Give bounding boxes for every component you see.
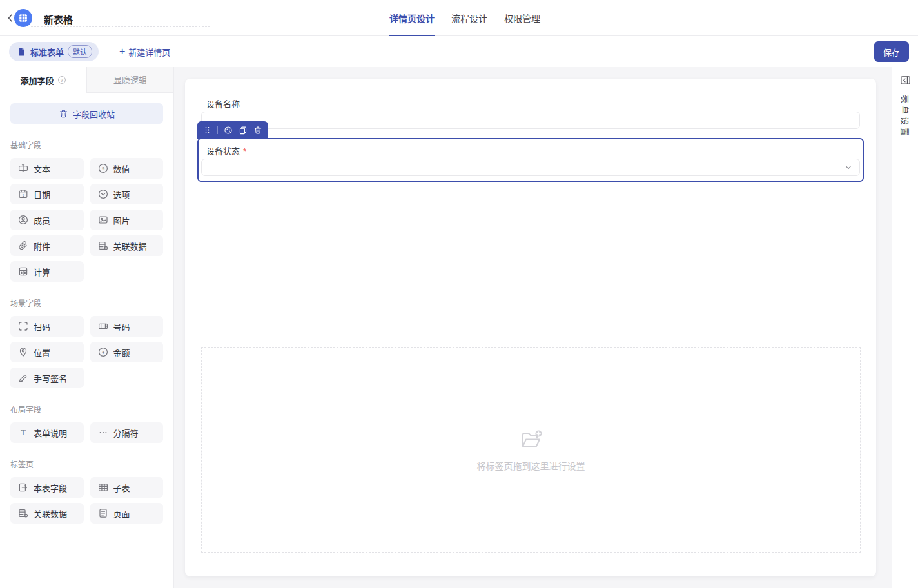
field-type-label: 附件 (34, 240, 50, 252)
field-type-text[interactable]: 文本 (10, 158, 84, 179)
header: 新表格 详情页设计 流程设计 权限管理 (0, 0, 918, 36)
document-icon (17, 47, 26, 57)
calc-icon (18, 266, 28, 277)
field-sections: 基础字段 文本 数值 日期 选项 成员 图片 附件 关联数据 计算 场景字段 (10, 139, 163, 524)
required-asterisk: * (243, 146, 246, 156)
field-type-divider[interactable]: 分隔符 (90, 422, 164, 443)
linkdata-icon (98, 240, 108, 251)
field-grid: 表单说明 分隔符 (10, 422, 163, 443)
field-grid: 本表字段 子表 关联数据 页面 (10, 477, 163, 524)
field-type-linkdata[interactable]: 关联数据 (10, 503, 84, 524)
field-type-thisfields[interactable]: 本表字段 (10, 477, 84, 498)
field-type-label: 文本 (34, 162, 50, 175)
chevron-down-icon (844, 163, 853, 172)
sidebar-body: 字段回收站 基础字段 文本 数值 日期 选项 成员 图片 附件 关联数据 (0, 93, 173, 534)
field-type-label: 数值 (113, 162, 130, 175)
drag-handle-icon[interactable] (203, 126, 211, 134)
standard-form-pill[interactable]: 标准表单 默认 (9, 42, 99, 61)
tab-add-field[interactable]: 添加字段 (0, 67, 86, 93)
field-grid: 文本 数值 日期 选项 成员 图片 附件 关联数据 计算 (10, 158, 163, 282)
field-type-linkdata[interactable]: 关联数据 (90, 235, 164, 256)
field-type-scan[interactable]: 扫码 (10, 316, 84, 337)
field-section-title: 布局字段 (10, 404, 163, 415)
field-type-label: 图片 (113, 214, 130, 226)
field-type-formdesc[interactable]: 表单说明 (10, 422, 84, 443)
plus-icon: + (119, 46, 125, 57)
field-type-label: 关联数据 (113, 240, 147, 252)
recycle-bin-label: 字段回收站 (73, 108, 115, 120)
field-section-title: 基础字段 (10, 139, 163, 150)
field-section-title: 标签页 (10, 458, 163, 469)
tab-add-field-label: 添加字段 (20, 74, 54, 86)
field-type-label: 位置 (34, 346, 50, 358)
tab-show-hide-logic-label: 显隐逻辑 (113, 74, 147, 86)
form-settings-label[interactable]: 表单设置 (899, 95, 912, 139)
tab-process-design[interactable]: 流程设计 (451, 0, 487, 36)
dropzone-hint: 将标签页拖到这里进行设置 (477, 459, 585, 472)
help-icon[interactable] (57, 75, 66, 84)
field-type-label: 分隔符 (113, 427, 139, 439)
tab-detail-page-design[interactable]: 详情页设计 (389, 0, 435, 36)
field-type-label: 关联数据 (34, 507, 67, 520)
number-icon (98, 163, 108, 173)
field-type-label: 页面 (113, 507, 130, 520)
location-icon (18, 347, 28, 357)
field-type-label: 子表 (113, 482, 130, 494)
field-type-sign[interactable]: 手写签名 (10, 368, 84, 388)
field-type-label: 选项 (113, 188, 130, 201)
field-type-date[interactable]: 日期 (10, 184, 84, 204)
new-detail-page-button[interactable]: + 新建详情页 (119, 46, 170, 58)
toolbar-divider (217, 126, 218, 134)
select-input[interactable] (201, 159, 860, 176)
field-device-status-selected[interactable]: 设备状态* (197, 138, 864, 182)
field-type-option[interactable]: 选项 (90, 184, 164, 204)
form-designer-app: 新表格 详情页设计 流程设计 权限管理 标准表单 默认 + 新建详情页 保存 添… (0, 0, 918, 588)
delete-icon[interactable] (253, 126, 262, 135)
attachment-icon (18, 240, 28, 251)
palette-icon[interactable] (224, 126, 233, 135)
money-icon (98, 347, 108, 357)
page-icon (98, 508, 108, 518)
workspace: 添加字段 显隐逻辑 字段回收站 基础字段 文本 数值 日期 (0, 67, 918, 588)
scan-icon (18, 321, 28, 331)
field-type-label: 扫码 (34, 320, 50, 333)
main-tabs: 详情页设计 流程设计 权限管理 (389, 0, 540, 36)
copy-icon[interactable] (239, 126, 248, 135)
field-type-calc[interactable]: 计算 (10, 261, 84, 282)
phone-icon (98, 321, 108, 331)
field-type-label: 成员 (34, 214, 50, 226)
field-type-page[interactable]: 页面 (90, 503, 164, 524)
field-type-location[interactable]: 位置 (10, 342, 84, 362)
collapse-panel-icon[interactable] (900, 75, 911, 86)
tab-dropzone[interactable]: 将标签页拖到这里进行设置 (201, 347, 861, 553)
thisfields-icon (18, 482, 28, 493)
title-underline (31, 26, 210, 27)
formdesc-icon (18, 427, 28, 438)
image-icon (98, 215, 108, 225)
sidebar-tabs: 添加字段 显隐逻辑 (0, 67, 173, 93)
selected-field-toolbar (197, 121, 268, 139)
field-type-phone[interactable]: 号码 (90, 316, 164, 337)
field-label: 设备名称 (206, 97, 240, 110)
field-type-label: 金额 (113, 346, 130, 358)
field-sidebar: 添加字段 显隐逻辑 字段回收站 基础字段 文本 数值 日期 (0, 67, 174, 588)
tab-show-hide-logic[interactable]: 显隐逻辑 (86, 67, 173, 93)
page-title: 新表格 (44, 12, 73, 26)
sign-icon (18, 373, 28, 383)
save-button[interactable]: 保存 (874, 41, 909, 62)
field-type-image[interactable]: 图片 (90, 210, 164, 230)
text-input[interactable] (201, 112, 860, 129)
field-recycle-bin-button[interactable]: 字段回收站 (10, 103, 163, 124)
field-type-member[interactable]: 成员 (10, 210, 84, 230)
field-type-attachment[interactable]: 附件 (10, 235, 84, 256)
form-canvas: 设备名称 设备状态* (185, 79, 876, 576)
tab-permission-management[interactable]: 权限管理 (504, 0, 540, 36)
field-type-subtable[interactable]: 子表 (90, 477, 164, 498)
date-icon (18, 189, 28, 199)
field-type-money[interactable]: 金额 (90, 342, 164, 362)
form-pill-label: 标准表单 (30, 46, 64, 58)
field-type-number[interactable]: 数值 (90, 158, 164, 179)
form-settings-strip: 表单设置 (892, 67, 918, 588)
folder-plus-icon (520, 428, 543, 451)
field-type-label: 本表字段 (34, 482, 67, 494)
